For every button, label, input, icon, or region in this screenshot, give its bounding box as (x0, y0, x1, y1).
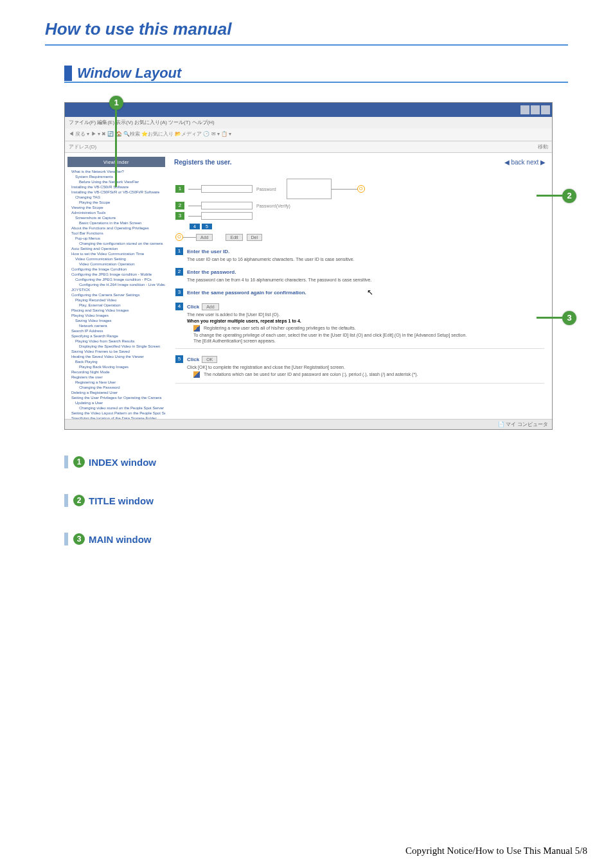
sec5-num: 5 (175, 355, 183, 363)
label-bar-decor (64, 533, 68, 545)
address-bar: アドレス(D) 移動 (65, 141, 552, 153)
label-text-1: INDEX window (89, 457, 156, 468)
browser-body: ViewFinder What is the Network ViewFier?… (65, 153, 552, 429)
note3: The [Edit Authentication] screen appears… (193, 339, 544, 343)
main-pane: Registers the user. ◀ back next ▶ 1 Pass… (168, 153, 552, 429)
sidebar-item: Back Playing (67, 359, 165, 364)
callout-marker-1: 1 (109, 96, 123, 110)
page-heading: How to use this manual (45, 19, 568, 46)
screenshot-wrapper: 1 2 3 ファイル(F) 編集(E) 表示(V) お気に入り(A) ツール(T… (64, 102, 568, 430)
main-title: Registers the user. (174, 159, 231, 166)
sec3-title: Enter the same password again for confir… (187, 290, 306, 296)
label-bar-decor (64, 494, 68, 507)
status-bar: 📄 マイ コンピュータ (65, 419, 552, 429)
page-footer: Copyright Notice/How to Use This Manual … (405, 846, 587, 856)
sidebar-item: Pop-up Menus (67, 236, 165, 241)
sidebar-item: Changing the configuration stored on the… (67, 241, 165, 246)
sidebar-item: How to set the Video Communication Time (67, 251, 165, 256)
sidebar-item: Placing and Saving Video Images (67, 308, 165, 313)
password-verify-label: Password(Verify) (256, 204, 290, 208)
sidebar-item: Registers the user (67, 375, 165, 380)
sidebar-item: Installing the VB-C50FSi/R or VB-C50Fi/R… (67, 190, 165, 195)
menubar: ファイル(F) 編集(E) 表示(V) お気に入り(A) ツール(T) ヘルプ(… (65, 117, 552, 128)
page-nav: ◀ back next ▶ (504, 159, 546, 166)
label-row-1: 1 INDEX window (64, 456, 568, 468)
sec5-btn: OK (202, 356, 217, 363)
go-label: 移動 (538, 143, 548, 150)
sec4-btn: Add (202, 303, 218, 310)
close-icon (541, 105, 550, 114)
sidebar-item: About the Functions and Operating Privil… (67, 226, 165, 231)
sidebar-item: Screenshots at Capture (67, 215, 165, 220)
sidebar-item: Configuring the H.264 Image condition - … (67, 282, 165, 287)
sidebar-item: Playing Video Images (67, 313, 165, 318)
sidebar-item: Healing the Saved Video Using the Viewer (67, 354, 165, 359)
label-circle-3: 3 (73, 533, 85, 545)
sidebar-item: Changing video stored on the People Spot… (67, 405, 165, 411)
sidebar-item: Setting the User Privileges for Operatin… (67, 395, 165, 400)
ok-btn-illus: 5 (202, 224, 212, 229)
sec5-body: Click [OK] to complete the registration … (187, 365, 544, 369)
sec2-num: 2 (175, 268, 183, 276)
label-circle-2: 2 (73, 495, 85, 506)
sec5-title: Click (187, 357, 199, 362)
pencil-icon (193, 325, 200, 332)
subheading-row: Window Layout (64, 65, 568, 83)
label-text-3: MAIN window (89, 534, 152, 545)
sec2-body: The password can be from 4 to 16 alphanu… (187, 278, 544, 282)
sidebar-item: Recording Night Mode (67, 369, 165, 375)
sidebar-item: Configuring the JPEG Image condition - M… (67, 272, 165, 277)
label-bar-decor (64, 456, 68, 468)
sidebar-item: Changing the Password (67, 385, 165, 390)
step-1: 1 (175, 185, 184, 193)
window-titlebar (65, 103, 552, 117)
sidebar-item: Auto Setting and Operation (67, 246, 165, 251)
sidebar-item: Playing Video from Search Results (67, 339, 165, 344)
sec4-bold: When you register multiple users, repeat… (187, 319, 544, 323)
sidebar-item: JOYSTICK (67, 287, 165, 292)
sidebar-item: Configuring the JPEG Image condition - P… (67, 277, 165, 282)
label-row-3: 3 MAIN window (64, 533, 568, 545)
step-2: 2 (175, 202, 184, 209)
sidebar-item: Video Communication Operation (67, 261, 165, 267)
label-row-2: 2 TITLE window (64, 494, 568, 507)
sec4-num: 4 (175, 303, 183, 310)
password-verify-input (201, 212, 253, 220)
callout-o-2: O (175, 233, 183, 241)
sidebar-item: Playing Back Moving Images (67, 364, 165, 369)
sidebar-item: Configuring the Image Condition (67, 267, 165, 272)
sidebar-item: Registering a New User (67, 380, 165, 385)
index-sidebar: ViewFinder What is the Network ViewFier?… (65, 153, 168, 429)
sidebar-item: Deleting a Registered User (67, 390, 165, 395)
subheading-decor (64, 66, 72, 81)
sidebar-item: Configuring the Camera Server Settings (67, 292, 165, 297)
pencil-icon-2 (193, 371, 200, 378)
callout-marker-2: 2 (562, 189, 576, 203)
sidebar-item: Displaying the Specified Video in Single… (67, 344, 165, 349)
sec1-title: Enter the user ID. (187, 249, 229, 254)
sidebar-item: Setting the Video Layout Pattern on the … (67, 411, 165, 416)
list-box (287, 179, 332, 199)
label-text-2: TITLE window (89, 495, 154, 506)
sidebar-item: Playing the Scope (67, 200, 165, 205)
password-input (201, 202, 253, 209)
embedded-screenshot: ファイル(F) 編集(E) 表示(V) お気に入り(A) ツール(T) ヘルプ(… (64, 102, 553, 430)
callout-marker-3: 3 (562, 311, 576, 325)
edit-btn-illus: Add (196, 234, 213, 241)
note4: The notations which can be used for user… (204, 372, 418, 376)
sec4-body: The new user is added to the [User ID] l… (187, 312, 544, 317)
sidebar-item: Network camera (67, 323, 165, 328)
sidebar-item: Search IP Address (67, 328, 165, 333)
userid-input (201, 185, 253, 193)
minimize-icon (520, 105, 529, 114)
main-header: Registers the user. ◀ back next ▶ (168, 153, 552, 171)
sidebar-item: Updating a User (67, 400, 165, 405)
sidebar-item: Saving Video Frames to be Saved (67, 349, 165, 354)
sidebar-item: Playing Recorded Video (67, 297, 165, 303)
sec2-title: Enter the password. (187, 269, 236, 275)
maximize-icon (531, 105, 540, 114)
label-circle-1: 1 (73, 456, 85, 468)
password-label-hint: Password (256, 187, 276, 191)
address-label: アドレス(D) (69, 143, 96, 150)
sidebar-item: Saving Video Images (67, 318, 165, 323)
